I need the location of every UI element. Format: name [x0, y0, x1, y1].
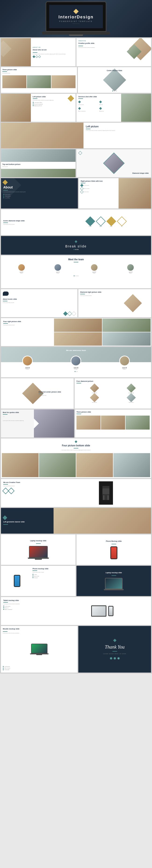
row-14: Four picture bottom slide Lorem ipsum do… — [1, 438, 151, 478]
awesome-role-3: designer — [119, 369, 130, 370]
laptop-base — [42, 32, 110, 34]
awesome-dot-2 — [76, 371, 77, 372]
mouble-dot-3 — [3, 669, 4, 670]
about-list-3: Consectetur — [3, 197, 76, 198]
about-iconic-d1 — [63, 311, 68, 316]
geo-banner-title: Left geometric banner slide — [3, 521, 51, 523]
accent-line-19 — [36, 544, 41, 544]
laptop-base-bar — [28, 558, 49, 559]
mouble-stand — [36, 654, 42, 655]
iconic-bubble — [3, 291, 9, 296]
awesome-role-1: designer — [22, 369, 33, 370]
laptop-mockup-device — [28, 546, 49, 560]
about-list-2: Dolor sit amet — [3, 196, 76, 197]
about-list-1: Lorem ipsum — [3, 194, 76, 195]
top-img — [1, 149, 76, 162]
tablet-list-2: Dolor sit — [3, 607, 51, 609]
row-15: We are Creative Team Lorem ipsum dolor s… — [1, 479, 151, 507]
team-dot-2 — [76, 275, 76, 276]
slide-top-bottom: Top and bottom picture Lorem ipsum — [1, 149, 76, 177]
slide-diamond-right: Diamond right picture slide Lorem ipsum … — [78, 289, 151, 317]
member-2-avatar — [54, 264, 61, 271]
diamond-shape-border — [103, 153, 125, 174]
member-3-avatar — [91, 264, 98, 271]
hero-diamond-icon — [73, 9, 79, 14]
icon-diamond-1 — [80, 184, 83, 187]
four-bot-img-2 — [39, 453, 76, 477]
slide-about-dark: About Lorem ipsum dolor sit amet consect… — [1, 178, 78, 209]
member-3-role: designer — [91, 273, 98, 274]
member-1-avatar — [18, 264, 25, 271]
chair-leg-1 — [103, 495, 104, 500]
break-title: Break slide — [65, 244, 86, 248]
row-2: Three picture slide Lorem ipsum dolor. C… — [1, 67, 151, 93]
awesome-avatar-1 — [22, 355, 33, 366]
img-room-3 — [51, 75, 76, 88]
four-d-wrap-3 — [90, 393, 99, 402]
four-d-wrap-4 — [127, 393, 136, 402]
about-iconic-text: About iconic slide Lorem ipsum dolor sit… — [3, 298, 76, 303]
row-4: Left picture Lorem ipsum dolor sit amet … — [1, 123, 151, 148]
hero-subtitle: POWERPOINT TEMPLATE — [59, 21, 93, 22]
slide-geo-banner: Left geometric banner slide — [1, 508, 151, 534]
tablet-devices — [54, 597, 151, 625]
img-room-2 — [27, 75, 51, 88]
four-d-img-2 — [127, 383, 136, 393]
awesome-text: We are awesome team — [1, 347, 151, 355]
tablet-dot-3 — [3, 609, 4, 610]
right-pic-icon-title: Right picture Slide with Icon — [81, 180, 117, 182]
thank-you-diamond — [113, 639, 116, 642]
slide-creative-profile: CREATIVE Creative profile slide Lorem ip… — [76, 38, 151, 66]
row-break: Break slide — [1, 236, 151, 255]
awesome-avatar-2 — [71, 355, 81, 366]
list-row-3: Adipiscing elit sed — [33, 105, 74, 106]
about-iconic-d3 — [72, 311, 76, 316]
creative-team-text: We are Creative Team Lorem ipsum dolor s… — [1, 479, 61, 507]
row-1: ABOUT US About who we are Lorem ipsum do… — [1, 38, 151, 66]
slide-diamond-shape: Diamond shape slide — [76, 149, 151, 177]
break-diamond — [75, 240, 77, 243]
four-bot-img-4 — [113, 453, 150, 477]
left-pic-title: Left picture slide — [33, 96, 74, 98]
four-d-item-4: Amet name — [113, 394, 149, 403]
mouble-screen — [31, 644, 47, 653]
row-16: Left geometric banner slide — [1, 508, 151, 534]
filled-diamond-1 — [32, 56, 35, 58]
left-pic-text: Left picture slide Lorem ipsum dolor sit… — [31, 94, 76, 122]
slide-four-bottom: Four picture bottom slide Lorem ipsum do… — [1, 438, 151, 478]
phone-2-list: Lorem Ipsum dolor Sit amet — [32, 574, 74, 578]
four-d-item-1: Lorem name — [76, 385, 112, 394]
icon-diamond-2 — [80, 187, 83, 190]
services-title: Services And offer slide — [78, 96, 119, 98]
slide-right-picture-icon: Right picture Slide with Icon Lorem ipsu… — [79, 178, 151, 209]
thank-you-title: Thank You — [105, 644, 124, 650]
iconic-diamond-4 — [117, 216, 127, 226]
accent-line-4 — [33, 98, 37, 99]
slide-creative-team: We are Creative Team Lorem ipsum dolor s… — [1, 479, 151, 507]
slide-services: Services And offer slide Lorem ipsum Dol… — [76, 94, 151, 122]
top-bottom-text: Top and bottom picture Lorem ipsum — [1, 162, 76, 169]
accent-line-14 — [76, 383, 81, 383]
img-room-1 — [2, 75, 26, 88]
tablet-screen — [92, 606, 106, 616]
four-d-wrap-2 — [127, 383, 136, 393]
four-right-text: Four right picture slide Lorem ipsum dol… — [1, 318, 54, 346]
tablet-list: Lorem ipsum Dolor sit Amet consectetur — [3, 606, 51, 610]
slide-three-picture: Three picture slide Lorem ipsum dolor. — [1, 67, 77, 93]
laptop-stand — [69, 34, 83, 36]
iconic-title: Iconic diamond shape slide — [3, 220, 59, 222]
right-pic-icon-text: Right picture Slide with Icon Lorem ipsu… — [79, 178, 119, 209]
hero-laptop: InteriorDesign POWERPOINT TEMPLATE — [46, 1, 106, 32]
icon-diamond-3 — [80, 190, 83, 193]
service-item-2: Dolor sit — [99, 100, 120, 105]
tablet-title: Tablet mockup slide — [3, 599, 51, 601]
left-wide-title: Left picture — [86, 125, 149, 128]
phone-list-2: Ipsum dolor — [32, 576, 74, 577]
mouble-title: Mouble mockup slide — [3, 628, 76, 630]
accent-line-9 — [3, 222, 8, 223]
slide-laptop-mockup: Laptop mockup slide — [1, 534, 76, 565]
team-dot-1 — [74, 275, 75, 276]
center-nav-dots — [112, 91, 117, 91]
services-text: Services And offer slide Lorem ipsum Dol… — [76, 94, 121, 122]
meet-team-line — [74, 262, 78, 262]
